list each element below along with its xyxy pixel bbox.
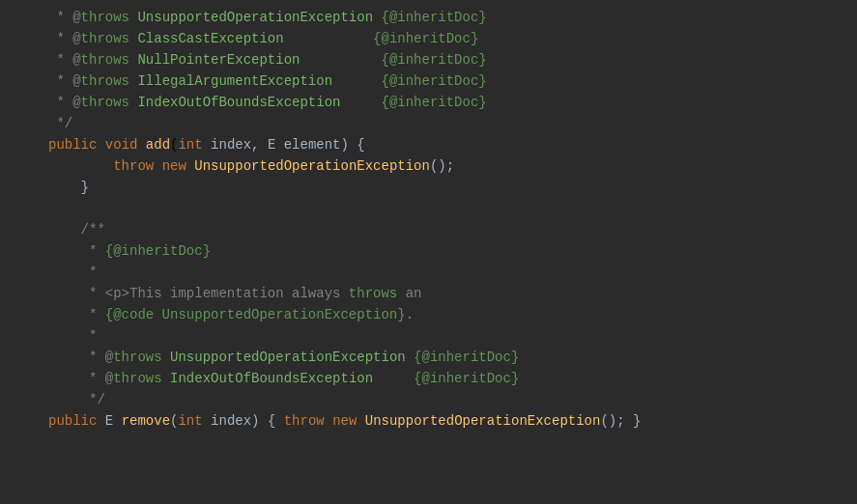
line-content: * @throws ClassCastException {@inheritDo… [48,31,478,46]
code-line-5: * @throws IndexOutOfBoundsException {@in… [0,95,857,116]
code-editor: * @throws UnsupportedOperationException … [0,0,857,504]
line-content: * [48,265,97,280]
line-content: * [48,328,97,344]
code-line-4: * @throws IllegalArgumentException {@inh… [0,73,857,95]
code-line-8: throw new UnsupportedOperationException(… [0,158,857,180]
code-line-2: * @throws ClassCastException {@inheritDo… [0,31,857,52]
line-content: /** [48,222,105,238]
code-line-14: * <p>This implementation always throws a… [0,286,857,307]
code-line-3: * @throws NullPointerException {@inherit… [0,52,857,73]
line-content: * {@code UnsupportedOperationException}. [48,307,414,322]
line-content: throw new UnsupportedOperationException(… [48,158,454,174]
line-content: * {@inheritDoc} [48,243,211,259]
code-line-13: * [0,265,857,286]
code-line-19: */ [0,392,857,413]
code-line-9: } [0,180,857,201]
line-content: * @throws IndexOutOfBoundsException {@in… [48,95,487,110]
code-line-16: * [0,328,857,350]
line-content: public E remove(int index) { throw new U… [48,413,641,429]
line-content: */ [48,392,105,407]
line-content: * @throws IllegalArgumentException {@inh… [48,73,487,89]
code-line-18: * @throws IndexOutOfBoundsException {@in… [0,371,857,392]
code-line-1: * @throws UnsupportedOperationException … [0,10,857,31]
code-line-20: public E remove(int index) { throw new U… [0,413,857,434]
line-content: * @throws UnsupportedOperationException … [48,350,519,365]
code-line-17: * @throws UnsupportedOperationException … [0,350,857,371]
line-content: * @throws NullPointerException {@inherit… [48,52,487,68]
line-content: public void add(int index, E element) { [48,137,365,153]
line-content: * @throws UnsupportedOperationException … [48,10,487,25]
code-line-11: /** [0,222,857,243]
code-line-12: * {@inheritDoc} [0,243,857,265]
line-content [48,201,56,216]
line-content: */ [48,116,72,131]
line-content: * <p>This implementation always throws a… [48,286,422,301]
code-line-6: */ [0,116,857,137]
code-line-7: public void add(int index, E element) { [0,137,857,158]
code-line-15: * {@code UnsupportedOperationException}. [0,307,857,328]
line-content: } [48,180,89,195]
line-content: * @throws IndexOutOfBoundsException {@in… [48,371,519,386]
code-line-10 [0,201,857,222]
